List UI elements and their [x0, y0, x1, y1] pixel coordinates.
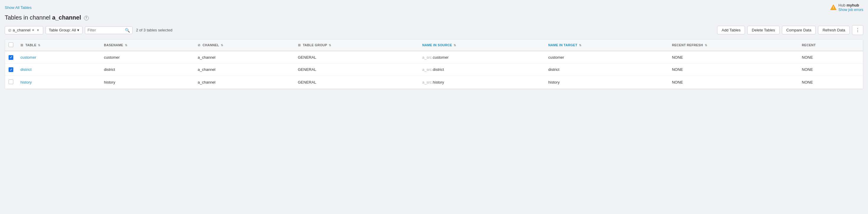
data-table: ⊞ TABLE ⇅ BASENAME ⇅ ⊘ CHANNEL ⇅ ⊞ [5, 39, 863, 89]
table-icon: ⊞ [21, 43, 23, 47]
col-header-table-group: ⊞ TABLE GROUP ⇅ [294, 39, 419, 51]
row-checkbox-cell-2 [5, 76, 17, 89]
col-header-recent-refresh: RECENT REFRESH ⇅ [668, 39, 798, 51]
table-row: district district a_channel GENERAL a_sr… [5, 63, 863, 76]
row-checkbox-cell-0 [5, 51, 17, 63]
sort-icon-basename[interactable]: ⇅ [125, 44, 127, 47]
warning-icon: ! [830, 4, 837, 11]
sort-icon-table-group[interactable]: ⇅ [329, 44, 331, 47]
sort-icon-recent-refresh[interactable]: ⇅ [705, 44, 707, 47]
title-prefix: Tables in channel [5, 14, 51, 21]
table-group-label: Table Group: All [49, 28, 76, 32]
selection-count: 2 of 3 tables selected [136, 28, 173, 32]
col-header-basename: BASENAME ⇅ [100, 39, 194, 51]
toolbar: ⊘ a_channel ★ ▾ Table Group: All ▾ 🔍 2 o… [5, 25, 863, 35]
show-all-tables-link[interactable]: Show All Tables [5, 5, 32, 10]
channel-name-title: a_channel [52, 14, 81, 21]
source-name-2: history [433, 80, 444, 84]
toolbar-channel-name: a_channel [13, 28, 30, 32]
row-recent-2: NONE [798, 76, 863, 89]
add-tables-button[interactable]: Add Tables [717, 26, 745, 34]
source-name-0: customer [433, 55, 448, 60]
row-table-name-2: history [17, 76, 100, 89]
more-options-button[interactable]: ⋮ [852, 25, 863, 35]
sync-col-icon: ⊘ [197, 43, 200, 47]
header-checkbox-cell [5, 39, 17, 51]
header-row: ⊞ TABLE ⇅ BASENAME ⇅ ⊘ CHANNEL ⇅ ⊞ [5, 39, 863, 51]
sort-icon-source[interactable]: ⇅ [454, 44, 456, 47]
row-table-group-2: GENERAL [294, 76, 419, 89]
sort-icon-table[interactable]: ⇅ [38, 44, 40, 47]
table-group-selector[interactable]: Table Group: All ▾ [45, 26, 83, 34]
pin-icon: ★ [32, 28, 35, 32]
row-channel-0: a_channel [194, 51, 294, 63]
row-basename-2: history [100, 76, 194, 89]
sync-icon: ⊘ [8, 28, 11, 33]
delete-tables-button[interactable]: Delete Tables [747, 26, 779, 34]
table-body: customer customer a_channel GENERAL a_sr… [5, 51, 863, 89]
row-checkbox-cell-1 [5, 63, 17, 76]
col-header-name-in-source: NAME IN SOURCE ⇅ [418, 39, 545, 51]
row-checkbox-0[interactable] [8, 55, 13, 60]
hub-label: Hub [838, 3, 845, 7]
hub-label-group: Hub myhub Show job errors [838, 3, 863, 12]
table-group-icon: ⊞ [298, 43, 301, 47]
row-recent-refresh-2: NONE [668, 76, 798, 89]
col-header-table: ⊞ TABLE ⇅ [17, 39, 100, 51]
info-icon[interactable]: ? [84, 16, 89, 21]
row-source-0: a_src.customer [418, 51, 545, 63]
row-table-name-1: district [17, 63, 100, 76]
row-source-2: a_src.history [418, 76, 545, 89]
row-target-0: customer [545, 51, 668, 63]
sort-icon-channel[interactable]: ⇅ [221, 44, 223, 47]
table-header: ⊞ TABLE ⇅ BASENAME ⇅ ⊘ CHANNEL ⇅ ⊞ [5, 39, 863, 51]
hub-name-value: myhub [846, 3, 859, 7]
row-recent-refresh-1: NONE [668, 63, 798, 76]
svg-text:!: ! [833, 6, 834, 9]
row-checkbox-2[interactable] [8, 79, 13, 84]
row-basename-1: district [100, 63, 194, 76]
header-checkbox-wrapper [8, 43, 13, 47]
row-table-group-1: GENERAL [294, 63, 419, 76]
page-wrapper: Show All Tables ! Hub myhub Show job err… [0, 0, 868, 214]
show-job-errors-link[interactable]: Show job errors [838, 8, 863, 12]
refresh-data-button[interactable]: Refresh Data [818, 26, 850, 34]
source-prefix-1: a_src. [422, 67, 433, 72]
table-name-link-2[interactable]: history [21, 80, 32, 84]
row-target-2: history [545, 76, 668, 89]
table-row: customer customer a_channel GENERAL a_sr… [5, 51, 863, 63]
row-table-group-0: GENERAL [294, 51, 419, 63]
row-channel-1: a_channel [194, 63, 294, 76]
row-recent-0: NONE [798, 51, 863, 63]
table-name-link-1[interactable]: district [21, 67, 32, 72]
source-name-1: district [433, 67, 444, 72]
col-header-name-in-target: NAME IN TARGET ⇅ [545, 39, 668, 51]
compare-data-button[interactable]: Compare Data [782, 26, 816, 34]
filter-input[interactable] [88, 28, 123, 32]
filter-input-wrapper: 🔍 [85, 26, 132, 34]
page-title: Tables in channel a_channel ? [5, 14, 863, 21]
row-basename-0: customer [100, 51, 194, 63]
row-source-1: a_src.district [418, 63, 545, 76]
table-row: history history a_channel GENERAL a_src.… [5, 76, 863, 89]
sort-icon-target[interactable]: ⇅ [579, 44, 581, 47]
row-channel-2: a_channel [194, 76, 294, 89]
search-icon: 🔍 [125, 28, 130, 33]
source-prefix-0: a_src. [422, 55, 433, 60]
row-recent-refresh-0: NONE [668, 51, 798, 63]
col-header-channel: ⊘ CHANNEL ⇅ [194, 39, 294, 51]
top-nav: Show All Tables ! Hub myhub Show job err… [5, 3, 863, 12]
source-prefix-2: a_src. [422, 80, 433, 84]
row-checkbox-1[interactable] [8, 67, 13, 72]
hub-info: ! Hub myhub Show job errors [830, 3, 863, 12]
col-header-recent: RECENT [798, 39, 863, 51]
row-table-name-0: customer [17, 51, 100, 63]
table-container: ⊞ TABLE ⇅ BASENAME ⇅ ⊘ CHANNEL ⇅ ⊞ [5, 39, 863, 89]
select-all-checkbox[interactable] [8, 43, 13, 47]
chevron-down-icon: ▾ [37, 28, 39, 32]
table-name-link-0[interactable]: customer [21, 55, 36, 60]
channel-selector[interactable]: ⊘ a_channel ★ ▾ [5, 26, 43, 34]
row-target-1: district [545, 63, 668, 76]
table-group-chevron-icon: ▾ [77, 28, 79, 32]
row-recent-1: NONE [798, 63, 863, 76]
